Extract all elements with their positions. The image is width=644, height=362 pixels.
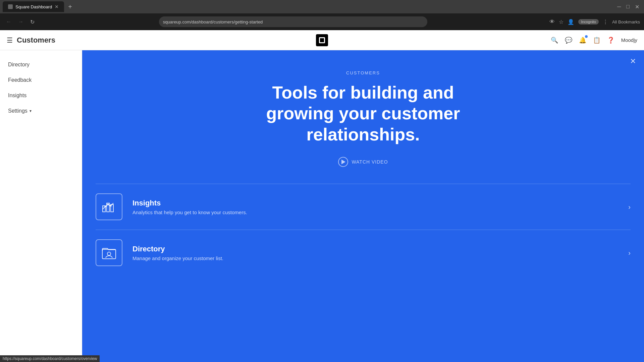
reload-button[interactable]: ↻	[28, 17, 37, 26]
directory-feature-desc: Manage and organize your customer list.	[132, 255, 618, 261]
panel-title: Tools for building and growing your cust…	[243, 82, 484, 145]
directory-icon	[101, 244, 117, 261]
forward-button[interactable]: →	[16, 17, 25, 26]
window-restore-button[interactable]: □	[624, 2, 632, 11]
sidebar: Directory Feedback Insights Settings ▾	[0, 50, 82, 362]
sidebar-item-directory[interactable]: Directory	[0, 57, 82, 72]
sidebar-item-label: Insights	[8, 93, 26, 98]
status-bar: https://squareup.com/dashboard/customers…	[0, 355, 100, 362]
window-minimize-button[interactable]: ─	[615, 2, 623, 11]
tab-title: Square Dashboard	[15, 4, 52, 9]
svg-rect-6	[102, 249, 116, 259]
page-title: Customers	[17, 36, 55, 45]
browser-chrome: Square Dashboard ✕ + ─ □ ✕ ← → ↻ squareu…	[0, 0, 644, 30]
window-close-button[interactable]: ✕	[633, 2, 641, 11]
svg-point-5	[110, 205, 112, 207]
visibility-off-icon: 👁	[549, 19, 555, 25]
browser-actions: 👁 ☆ 👤 Incognito ⋮ All Bookmarks	[549, 19, 640, 25]
main-layout: Directory Feedback Insights Settings ▾ ✕…	[0, 50, 644, 362]
close-panel-button[interactable]: ✕	[630, 57, 636, 66]
profile-icon[interactable]: 👤	[568, 19, 574, 25]
address-bar-wrapper: squareup.com/dashboard/customers/getting…	[39, 16, 547, 27]
header-right: 🔍 💬 🔔 📋 ❓ Moodjy	[551, 37, 637, 44]
hamburger-menu-button[interactable]: ☰	[7, 36, 13, 44]
directory-icon-box	[96, 239, 122, 266]
play-icon	[338, 157, 348, 167]
content-area: ✕ CUSTOMERS Tools for building and growi…	[82, 50, 644, 362]
watch-video-label: WATCH VIDEO	[352, 159, 388, 165]
panel-label: CUSTOMERS	[82, 70, 644, 75]
insights-icon-box	[96, 193, 122, 220]
feature-list: Insights Analytics that help you get to …	[82, 184, 644, 276]
bookmark-icon[interactable]: ☆	[559, 19, 564, 25]
directory-feature-text: Directory Manage and organize your custo…	[132, 245, 618, 261]
more-options-icon[interactable]: ⋮	[603, 19, 608, 25]
getting-started-panel: ✕ CUSTOMERS Tools for building and growi…	[82, 50, 644, 362]
square-logo-icon	[316, 34, 328, 46]
address-bar[interactable]: squareup.com/dashboard/customers/getting…	[159, 16, 427, 27]
watch-video-button[interactable]: WATCH VIDEO	[338, 157, 388, 167]
directory-feature-title: Directory	[132, 245, 618, 253]
messages-icon[interactable]: 💬	[565, 37, 572, 44]
app-header: ☰ Customers 🔍 💬 🔔 📋 ❓ Moodjy	[0, 30, 644, 50]
feature-item-directory[interactable]: Directory Manage and organize your custo…	[96, 230, 631, 276]
tab-close-button[interactable]: ✕	[55, 4, 59, 9]
tab-favicon	[8, 4, 13, 9]
feature-item-insights[interactable]: Insights Analytics that help you get to …	[96, 184, 631, 230]
user-name[interactable]: Moodjy	[621, 37, 637, 43]
play-triangle	[341, 160, 345, 164]
sidebar-item-label: Settings	[8, 108, 28, 114]
panel-header: CUSTOMERS Tools for building and growing…	[82, 50, 644, 167]
directory-arrow-icon: ›	[628, 249, 631, 257]
svg-point-4	[107, 204, 109, 205]
browser-nav: ← → ↻ squareup.com/dashboard/customers/g…	[0, 13, 644, 30]
incognito-badge: Incognito	[578, 19, 599, 24]
sidebar-item-settings[interactable]: Settings ▾	[0, 103, 82, 119]
insights-feature-text: Insights Analytics that help you get to …	[132, 199, 618, 215]
square-logo-inner	[319, 37, 325, 43]
insights-feature-title: Insights	[132, 199, 618, 207]
clipboard-icon[interactable]: 📋	[593, 37, 600, 44]
url-text: squareup.com/dashboard/customers/getting…	[163, 19, 263, 24]
tab-bar: Square Dashboard ✕ + ─ □ ✕	[0, 0, 644, 13]
chevron-down-icon: ▾	[30, 109, 32, 113]
back-button[interactable]: ←	[4, 17, 13, 26]
sidebar-item-feedback[interactable]: Feedback	[0, 72, 82, 88]
insights-feature-desc: Analytics that help you get to know your…	[132, 209, 618, 215]
sidebar-item-label: Feedback	[8, 77, 32, 83]
insights-icon	[101, 198, 117, 215]
bookmarks-label: All Bookmarks	[612, 19, 640, 24]
insights-arrow-icon: ›	[628, 203, 631, 211]
active-tab[interactable]: Square Dashboard ✕	[3, 1, 64, 12]
square-logo	[316, 34, 328, 46]
svg-point-7	[107, 252, 111, 255]
notifications-icon[interactable]: 🔔	[579, 37, 586, 44]
svg-point-3	[105, 206, 106, 207]
status-url: https://squareup.com/dashboard/customers…	[3, 356, 97, 361]
help-icon[interactable]: ❓	[607, 37, 614, 44]
search-icon[interactable]: 🔍	[551, 37, 558, 44]
sidebar-item-label: Directory	[8, 62, 30, 67]
notification-badge	[585, 35, 588, 38]
sidebar-item-insights[interactable]: Insights	[0, 88, 82, 103]
new-tab-button[interactable]: +	[65, 2, 75, 12]
